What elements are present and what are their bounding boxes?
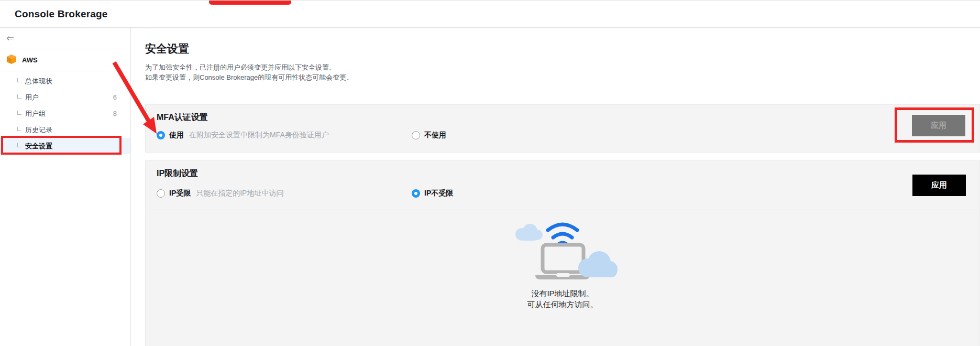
page-description: 为了加强安全性，已注册的用户必须变更并应用以下安全设置。 如果变更设置，则Con… xyxy=(145,62,353,82)
sidebar-item-security-settings[interactable]: 安全设置 xyxy=(0,138,130,154)
page-title: 安全设置 xyxy=(145,41,189,56)
mfa-no-use-label: 不使用 xyxy=(424,131,446,140)
sidebar-item-user-groups[interactable]: 用户组 8 xyxy=(0,105,130,122)
empty-state-line2: 可从任何地方访问。 xyxy=(146,299,979,310)
sidebar-item-label: 历史记录 xyxy=(25,125,52,135)
ip-unrestricted-radio[interactable] xyxy=(412,189,420,198)
ip-restricted-row: IP受限 只能在指定的IP地址中访问 xyxy=(157,189,283,198)
mfa-use-radio[interactable] xyxy=(157,131,165,139)
mfa-use-description: 在附加安全设置中限制为MFA身份验证用户 xyxy=(189,131,329,140)
sidebar-item-overview[interactable]: 总体现状 xyxy=(0,73,130,89)
tree-branch-icon xyxy=(17,111,21,115)
tree-branch-icon xyxy=(17,127,21,131)
aws-cube-icon xyxy=(6,54,17,67)
page-description-line1: 为了加强安全性，已注册的用户必须变更并应用以下安全设置。 xyxy=(145,62,353,72)
annotation-top-red-bar xyxy=(209,1,291,5)
mfa-panel-title: MFA认证设置 xyxy=(157,112,208,123)
ip-unrestricted-label: IP不受限 xyxy=(424,189,453,198)
tree-branch-icon xyxy=(17,94,21,99)
sidebar-collapse-row: ⇐ xyxy=(0,28,130,49)
mfa-no-use-radio[interactable] xyxy=(412,131,420,139)
sidebar-item-badge: 6 xyxy=(113,93,117,101)
wifi-icon xyxy=(548,224,577,244)
mfa-use-label: 使用 xyxy=(169,131,184,140)
page-description-line2: 如果变更设置，则Console Brokerage的现有可用性状态可能会变更。 xyxy=(145,72,353,82)
main-content: 安全设置 为了加强安全性，已注册的用户必须变更并应用以下安全设置。 如果变更设置… xyxy=(131,28,980,346)
mfa-option-use-row: 使用 在附加安全设置中限制为MFA身份验证用户 xyxy=(157,131,329,140)
collapse-sidebar-icon[interactable]: ⇐ xyxy=(6,34,14,43)
ip-panel-divider xyxy=(146,210,979,210)
mfa-option-no-use-row: 不使用 xyxy=(412,131,446,140)
ip-apply-button[interactable]: 应用 xyxy=(912,175,966,196)
sidebar-item-users[interactable]: 用户 6 xyxy=(0,89,130,105)
sidebar: ⇐ AWS 总体现状 用户 6 xyxy=(0,28,131,346)
ip-panel-title: IP限制设置 xyxy=(157,168,198,179)
mfa-apply-button[interactable]: 应用 xyxy=(912,115,965,136)
sidebar-nav: 总体现状 用户 6 用户组 8 历史记录 安全设置 xyxy=(0,71,130,154)
sidebar-item-label: 用户 xyxy=(25,93,39,102)
ip-settings-panel: IP限制设置 IP受限 只能在指定的IP地址中访问 IP不受限 应用 xyxy=(145,160,980,346)
empty-state-text: 没有IP地址限制。 可从任何地方访问。 xyxy=(146,288,979,310)
ip-empty-state: 没有IP地址限制。 可从任何地方访问。 xyxy=(146,213,979,310)
ip-restricted-description: 只能在指定的IP地址中访问 xyxy=(196,189,283,198)
ip-unrestricted-row: IP不受限 xyxy=(412,189,453,198)
sidebar-item-history[interactable]: 历史记录 xyxy=(0,122,130,138)
sidebar-item-label: 总体现状 xyxy=(25,77,52,86)
mfa-settings-panel: MFA认证设置 使用 在附加安全设置中限制为MFA身份验证用户 不使用 应用 xyxy=(145,104,980,153)
empty-state-line1: 没有IP地址限制。 xyxy=(146,288,979,299)
sidebar-group-aws[interactable]: AWS xyxy=(0,49,130,71)
app-header: Console Brokerage xyxy=(0,1,980,28)
tree-branch-icon xyxy=(17,143,21,147)
ip-restricted-label: IP受限 xyxy=(169,189,191,198)
laptop-wifi-illustration xyxy=(494,218,631,286)
laptop-wifi-icon xyxy=(494,218,631,286)
sidebar-item-badge: 8 xyxy=(113,110,117,117)
cloud-left-icon xyxy=(515,224,543,241)
tree-branch-icon xyxy=(17,78,21,82)
app-title: Console Brokerage xyxy=(15,8,108,20)
security-settings-page: Console Brokerage ⇐ AWS 总体现状 xyxy=(0,0,980,346)
sidebar-item-label: 用户组 xyxy=(25,109,46,118)
sidebar-group-label: AWS xyxy=(22,56,38,64)
ip-restricted-radio[interactable] xyxy=(157,189,165,198)
sidebar-item-label: 安全设置 xyxy=(25,142,52,151)
